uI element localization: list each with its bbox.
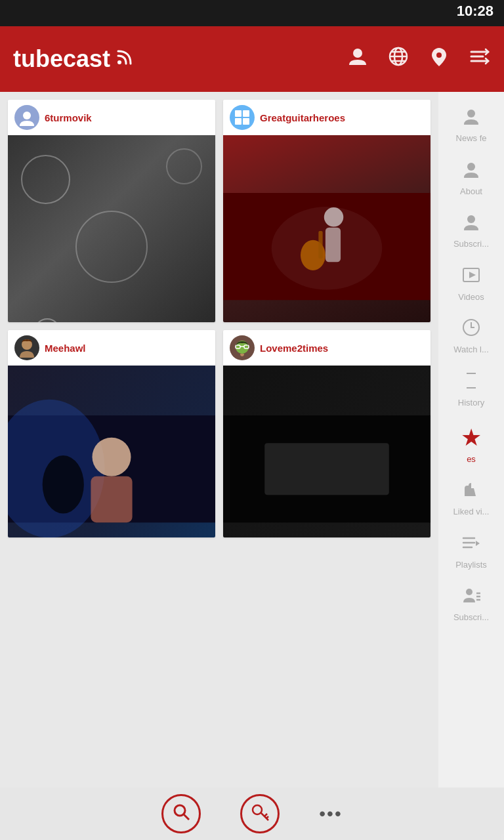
svg-point-1 (353, 49, 362, 58)
svg-point-48 (175, 805, 185, 816)
sidebar-item-videos[interactable]: Videos (438, 257, 504, 310)
svg-rect-26 (91, 476, 132, 523)
svg-rect-14 (235, 118, 242, 125)
channel-name: Meehawl (45, 343, 86, 354)
svg-point-7 (436, 52, 442, 58)
svg-point-27 (43, 455, 84, 513)
avatar-image (230, 105, 255, 130)
location-icon[interactable] (428, 45, 450, 73)
channel-avatar (14, 105, 39, 130)
svg-marker-43 (476, 541, 480, 546)
card-header: 6turmovik (8, 100, 215, 135)
content-area: 6turmovik 2,197 (0, 92, 438, 840)
svg-marker-38 (469, 272, 476, 278)
person-icon[interactable] (346, 45, 369, 73)
svg-point-35 (467, 163, 475, 171)
videos-icon (461, 265, 481, 289)
subscribers-icon (461, 585, 481, 610)
top-nav: tubecast (0, 26, 504, 92)
sidebar-item-news-feed-label: News fe (456, 133, 487, 144)
sidebar-item-liked-videos-label: Liked vi... (453, 507, 490, 517)
svg-rect-12 (235, 110, 242, 117)
more-options[interactable]: ••• (319, 803, 342, 824)
video-grid: 6turmovik 2,197 (8, 100, 430, 537)
sidebar-item-subscriptions-label: Subscri... (453, 239, 489, 249)
svg-rect-21 (318, 231, 322, 259)
avatar-image (14, 105, 39, 130)
key-button[interactable] (240, 794, 280, 833)
drum-decoration (8, 135, 215, 322)
nav-icons (346, 45, 491, 73)
search-button[interactable] (161, 794, 201, 833)
svg-rect-33 (264, 443, 389, 495)
status-bar: 10:28 (0, 0, 504, 26)
channel-avatar (14, 335, 39, 360)
svg-point-11 (23, 112, 31, 119)
side-panel: News fe About Subscri... (438, 92, 504, 840)
svg-point-34 (467, 110, 475, 117)
sidebar-item-about[interactable]: About (438, 152, 504, 205)
app-logo: tubecast (13, 45, 346, 73)
sidebar-item-playlists-label: Playlists (455, 560, 487, 570)
sidebar-item-about-label: About (460, 186, 482, 197)
subscriptions-icon (461, 212, 481, 236)
video-card[interactable]: Meehawl (8, 330, 215, 537)
sidebar-item-watch-later[interactable]: Watch l... (438, 310, 504, 363)
sidebar-item-favorites[interactable]: ★ es (438, 416, 504, 472)
card-header: Meehawl (8, 330, 215, 366)
svg-point-25 (93, 438, 131, 476)
sort-icon[interactable] (469, 45, 491, 73)
sidebar-item-subscribers[interactable]: Subscri... (438, 578, 504, 631)
main-container: 6turmovik 2,197 (0, 92, 504, 840)
watch-later-icon (461, 318, 481, 342)
favorites-icon: ★ (461, 424, 482, 452)
app-name: tubecast (13, 45, 110, 73)
svg-line-53 (266, 816, 268, 818)
sidebar-item-subscriptions[interactable]: Subscri... (438, 204, 504, 257)
key-icon (251, 803, 269, 826)
channel-name: Loveme2times (260, 343, 328, 354)
avatar-image (14, 335, 39, 360)
time: 10:28 (457, 3, 494, 19)
channel-name: 6turmovik (45, 112, 92, 123)
news-feed-icon (461, 106, 481, 131)
svg-point-18 (324, 207, 343, 226)
channel-avatar (230, 335, 255, 360)
svg-rect-13 (243, 110, 249, 117)
avatar-image (230, 335, 255, 360)
svg-point-0 (117, 60, 121, 64)
video-thumbnail (223, 366, 430, 537)
video-card[interactable]: 6turmovik 2,197 (8, 100, 215, 322)
card-header: Greatguitarheroes (223, 100, 430, 135)
svg-line-52 (264, 814, 267, 816)
video-thumbnail (8, 366, 215, 537)
liked-videos-icon (461, 480, 481, 504)
card-header: Loveme2times (223, 330, 430, 366)
sidebar-item-subscribers-label: Subscri... (453, 612, 489, 623)
svg-point-36 (467, 215, 475, 223)
sidebar-item-favorites-label: es (467, 454, 476, 465)
sidebar-item-history[interactable]: History (438, 363, 504, 416)
search-icon (172, 803, 190, 826)
video-card[interactable]: Loveme2times 2,892 64 (223, 330, 430, 537)
sidebar-item-watch-later-label: Watch l... (453, 345, 489, 355)
channel-name: Greatguitarheroes (260, 112, 345, 123)
sidebar-item-videos-label: Videos (458, 292, 484, 303)
video-card[interactable]: Greatguitarheroes (223, 100, 430, 322)
playlists-icon (461, 533, 481, 557)
bottom-bar: ••• (0, 788, 504, 840)
video-thumbnail (223, 135, 430, 322)
svg-rect-19 (326, 228, 341, 262)
video-thumbnail (8, 135, 215, 322)
sidebar-item-playlists[interactable]: Playlists (438, 525, 504, 578)
svg-rect-15 (243, 118, 249, 125)
channel-avatar (230, 105, 255, 130)
rss-icon (116, 48, 134, 70)
svg-point-44 (466, 589, 472, 595)
svg-line-49 (184, 814, 189, 820)
history-icon (461, 371, 481, 395)
sidebar-item-news-feed[interactable]: News fe (438, 98, 504, 152)
about-icon (461, 159, 481, 184)
globe-icon[interactable] (387, 45, 410, 73)
sidebar-item-liked-videos[interactable]: Liked vi... (438, 472, 504, 525)
